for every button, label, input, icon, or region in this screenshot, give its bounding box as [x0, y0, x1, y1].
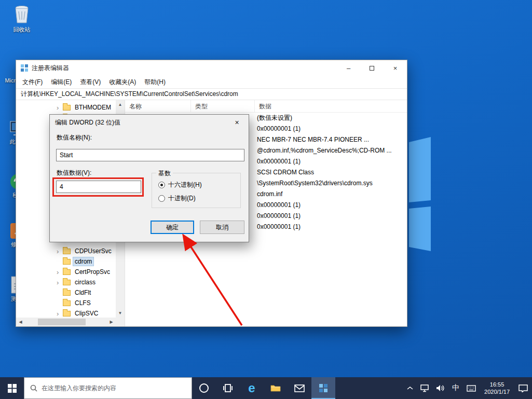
mail-icon	[294, 384, 305, 392]
folder-icon	[63, 269, 71, 275]
scrollbar-thumb[interactable]	[38, 319, 86, 325]
chevron-right-icon[interactable]: ›	[57, 104, 63, 112]
tree-horizontal-scrollbar[interactable]: ◀ ▶	[16, 318, 125, 326]
cancel-button[interactable]: 取消	[200, 221, 244, 234]
speaker-icon	[436, 384, 445, 392]
tree-item-label: CDPUserSvc	[73, 247, 113, 255]
taskbar-regedit-button[interactable]	[311, 377, 335, 399]
dialog-close-button[interactable]: ×	[225, 115, 249, 130]
search-icon	[30, 384, 37, 392]
radio-selected-icon[interactable]	[158, 182, 165, 188]
column-header-data[interactable]: 数据	[255, 100, 407, 112]
menu-item-edit[interactable]: 编辑(E)	[47, 76, 76, 88]
regedit-app-icon	[20, 64, 29, 72]
minimize-button[interactable]: –	[337, 60, 360, 76]
chevron-up-icon	[407, 386, 413, 390]
taskbar-explorer-button[interactable]	[264, 377, 288, 399]
maximize-icon	[370, 66, 374, 71]
tree-item-label: BTHMODEM	[73, 103, 113, 112]
tree-item[interactable]: › CertPropSvc	[16, 267, 116, 277]
desktop: 回收站 e Microsoft Edge 此电脑 秒开 修复F 测试1	[0, 0, 532, 399]
taskbar-edge-button[interactable]: e	[240, 377, 264, 399]
value-name-field[interactable]: Start	[56, 149, 244, 161]
tree-item[interactable]: CldFlt	[16, 287, 116, 298]
scroll-up-arrow-icon[interactable]: ▲	[116, 100, 125, 109]
chevron-right-icon[interactable]: ›	[57, 247, 63, 255]
tray-date: 2020/1/17	[484, 388, 510, 395]
tree-item-label: cdrom	[73, 257, 93, 266]
taskbar-mail-button[interactable]	[288, 377, 311, 399]
tree-item[interactable]: › CDPUserSvc	[16, 246, 116, 256]
tree-item-label: circlass	[73, 278, 97, 286]
scrollbar-corner	[116, 318, 125, 326]
folder-icon	[63, 300, 71, 306]
recycle-bin-icon	[5, 3, 38, 25]
chevron-right-icon[interactable]: ›	[57, 279, 63, 286]
notification-icon	[518, 384, 528, 392]
scroll-right-arrow-icon[interactable]: ▶	[107, 318, 116, 326]
desktop-icon-label: 回收站	[5, 26, 38, 33]
folder-icon	[270, 384, 281, 392]
keyboard-icon	[467, 385, 476, 392]
window-title: 注册表编辑器	[32, 64, 69, 73]
radio-decimal[interactable]: 十进制(D)	[158, 194, 196, 203]
regedit-icon	[318, 383, 329, 393]
network-icon	[420, 384, 429, 392]
task-view-button[interactable]	[216, 377, 240, 399]
cortana-button[interactable]	[192, 377, 216, 399]
maximize-button[interactable]	[360, 60, 384, 76]
column-header-type[interactable]: 类型	[191, 100, 255, 112]
tray-network[interactable]	[417, 377, 432, 399]
scroll-left-arrow-icon[interactable]: ◀	[16, 318, 25, 326]
tree-item-label: ClipSVC	[73, 309, 100, 318]
edit-dword-dialog: 编辑 DWORD (32 位)值 × 数值名称(N): Start 数值数据(V…	[49, 114, 249, 242]
tray-show-hidden-icons[interactable]	[403, 377, 417, 399]
tray-touch-keyboard[interactable]	[463, 377, 480, 399]
folder-icon	[63, 259, 71, 265]
tree-item[interactable]: › BTHMODEM	[16, 102, 116, 113]
tree-item[interactable]: CLFS	[16, 298, 116, 308]
system-tray: 中 16:55 2020/1/17	[403, 377, 532, 399]
tray-ime-indicator[interactable]: 中	[448, 377, 463, 399]
base-group-label: 基数	[156, 169, 173, 178]
taskbar-search-box[interactable]: 在这里输入你要搜索的内容	[24, 377, 192, 399]
menu-item-file[interactable]: 文件(F)	[18, 76, 47, 88]
chevron-right-icon[interactable]: ›	[57, 268, 63, 276]
tray-clock[interactable]: 16:55 2020/1/17	[480, 377, 514, 399]
folder-icon	[63, 105, 71, 111]
window-titlebar[interactable]: 注册表编辑器 – ×	[16, 60, 407, 76]
tree-item[interactable]: › ClipSVC	[16, 308, 116, 319]
menu-item-view[interactable]: 查看(V)	[76, 76, 105, 88]
ime-label: 中	[452, 383, 459, 393]
dialog-title: 编辑 DWORD (32 位)值	[50, 115, 249, 130]
tree-item-cdrom[interactable]: cdrom	[16, 256, 116, 267]
folder-icon	[63, 280, 71, 285]
close-button[interactable]: ×	[384, 60, 407, 76]
tree-item-label: CertPropSvc	[73, 268, 112, 276]
column-header-name[interactable]: 名称	[125, 100, 191, 112]
edge-icon: e	[248, 382, 255, 394]
menu-item-help[interactable]: 帮助(H)	[140, 76, 170, 88]
radio-hexadecimal[interactable]: 十六进制(H)	[158, 181, 202, 189]
folder-icon	[63, 311, 71, 317]
tree-item[interactable]: › circlass	[16, 277, 116, 287]
value-data-field[interactable]: 4	[56, 181, 141, 193]
ok-button[interactable]: 确定	[151, 221, 194, 234]
tree-item-label: CldFlt	[73, 288, 92, 297]
start-button[interactable]	[0, 377, 24, 399]
radio-label: 十六进制(H)	[168, 181, 202, 189]
radio-unselected-icon[interactable]	[158, 195, 165, 202]
menu-bar: 文件(F) 编辑(E) 查看(V) 收藏夹(A) 帮助(H)	[16, 76, 407, 88]
menu-item-favorites[interactable]: 收藏夹(A)	[105, 76, 140, 88]
action-center-button[interactable]	[514, 377, 532, 399]
radio-label: 十进制(D)	[168, 194, 196, 203]
scroll-down-arrow-icon[interactable]: ▼	[116, 309, 125, 318]
registry-address-bar[interactable]: 计算机\HKEY_LOCAL_MACHINE\SYSTEM\CurrentCon…	[16, 88, 407, 100]
value-data-label: 数值数据(V):	[57, 169, 91, 177]
tree-item-label: CLFS	[73, 299, 92, 307]
base-group: 基数 十六进制(H) 十进制(D)	[152, 173, 241, 208]
chevron-right-icon[interactable]: ›	[57, 310, 63, 318]
list-header: 名称 类型 数据	[125, 100, 407, 113]
tray-volume[interactable]	[432, 377, 448, 399]
desktop-icon-recycle-bin[interactable]: 回收站	[5, 3, 38, 33]
